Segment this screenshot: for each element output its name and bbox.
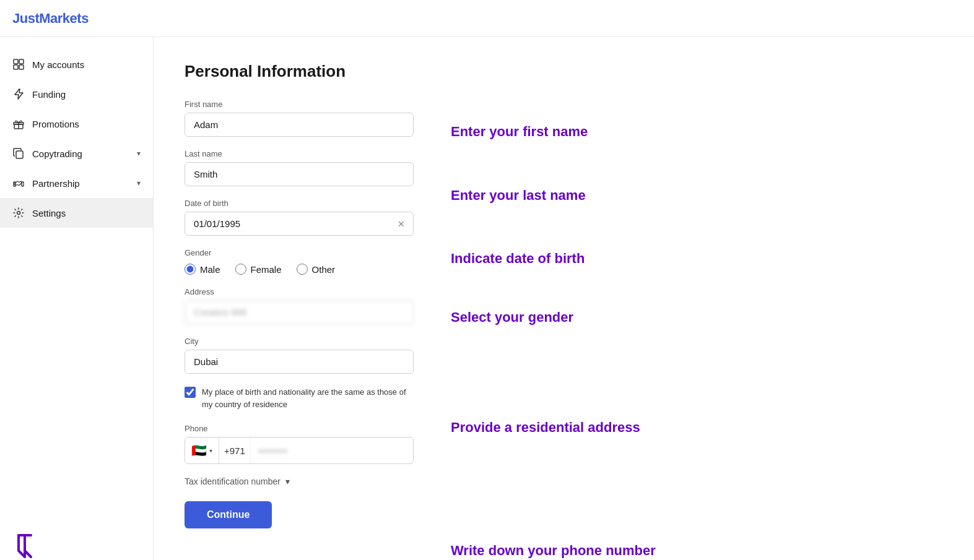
phone-number-input[interactable] bbox=[251, 437, 413, 463]
hint-gender-text: Select your gender bbox=[451, 309, 573, 325]
sidebar-item-copytrading[interactable]: Copytrading ▾ bbox=[0, 139, 153, 168]
city-input[interactable] bbox=[185, 350, 414, 374]
gender-other-label: Other bbox=[312, 264, 336, 275]
dob-field-group: Date of birth ✕ bbox=[185, 199, 414, 236]
first-name-field-group: First name bbox=[185, 100, 414, 137]
last-name-input[interactable] bbox=[185, 162, 414, 186]
hint-first-name-text: Enter your first name bbox=[451, 124, 588, 139]
city-label: City bbox=[185, 337, 414, 346]
tax-id-row[interactable]: Tax identification number ▾ bbox=[185, 476, 414, 486]
dob-label: Date of birth bbox=[185, 199, 414, 208]
svg-rect-2 bbox=[14, 65, 18, 69]
address-input[interactable] bbox=[185, 300, 414, 324]
gender-male-label: Male bbox=[200, 264, 220, 275]
uae-flag-icon: 🇦🇪 bbox=[191, 443, 207, 458]
hint-last-name-text: Enter your last name bbox=[451, 187, 586, 203]
phone-label: Phone bbox=[185, 424, 414, 433]
hint-address-text: Provide a residential address bbox=[451, 420, 640, 435]
birth-nationality-checkbox-row: My place of birth and nationality are th… bbox=[185, 386, 414, 410]
tax-id-chevron-icon: ▾ bbox=[285, 476, 290, 486]
svg-point-9 bbox=[17, 212, 20, 215]
tax-id-label: Tax identification number bbox=[185, 476, 280, 486]
gender-female-radio[interactable] bbox=[235, 264, 246, 275]
main-content: Personal Information First name Last nam… bbox=[154, 37, 711, 560]
svg-rect-1 bbox=[19, 59, 24, 64]
gender-label: Gender bbox=[185, 248, 414, 257]
sidebar-item-promotions-label: Promotions bbox=[32, 119, 79, 129]
gender-field-group: Gender Male Female Other bbox=[185, 248, 414, 275]
hint-phone: Write down your phone number bbox=[451, 505, 680, 560]
dob-input-wrapper: ✕ bbox=[185, 212, 414, 236]
gender-other-option[interactable]: Other bbox=[297, 264, 336, 275]
sidebar-item-copytrading-label: Copytrading bbox=[32, 149, 82, 159]
gender-other-radio[interactable] bbox=[297, 264, 308, 275]
address-label: Address bbox=[185, 287, 414, 296]
hint-last-name: Enter your last name bbox=[451, 187, 680, 205]
birth-nationality-label: My place of birth and nationality are th… bbox=[202, 386, 414, 410]
continue-button[interactable]: Continue bbox=[185, 501, 272, 528]
chevron-down-icon-partnership: ▾ bbox=[137, 179, 141, 187]
logo: JustMarkets bbox=[12, 11, 89, 27]
gender-female-option[interactable]: Female bbox=[235, 264, 282, 275]
phone-flag-selector[interactable]: 🇦🇪 ▾ bbox=[185, 437, 219, 463]
sidebar-nav: My accounts Funding bbox=[0, 50, 153, 228]
form-fields: First name Last name Date of birth ✕ bbox=[185, 100, 414, 560]
hint-gender: Select your gender bbox=[451, 309, 680, 327]
city-field-group: City bbox=[185, 337, 414, 374]
sidebar-logo-small bbox=[12, 529, 141, 560]
bolt-icon bbox=[12, 88, 25, 100]
handshake-icon bbox=[12, 177, 25, 189]
gender-male-radio[interactable] bbox=[185, 264, 196, 275]
birth-nationality-checkbox[interactable] bbox=[185, 387, 196, 398]
svg-rect-3 bbox=[19, 65, 24, 69]
sidebar-bottom bbox=[0, 517, 153, 560]
first-name-input[interactable] bbox=[185, 113, 414, 137]
page-title: Personal Information bbox=[185, 62, 680, 81]
sidebar-item-partnership-label: Partnership bbox=[32, 178, 80, 189]
hint-phone-text: Write down your phone number bbox=[451, 543, 656, 558]
sidebar-item-funding-label: Funding bbox=[32, 89, 66, 100]
jm-logo-icon bbox=[12, 529, 43, 560]
gift-icon bbox=[12, 118, 25, 130]
sidebar-item-my-accounts[interactable]: My accounts bbox=[0, 50, 153, 79]
sidebar-item-settings[interactable]: Settings bbox=[0, 198, 153, 228]
gear-icon bbox=[12, 207, 25, 219]
copy-icon bbox=[12, 147, 25, 160]
hint-first-name: Enter your first name bbox=[451, 100, 680, 141]
phone-chevron-icon: ▾ bbox=[209, 447, 212, 454]
sidebar-item-partnership[interactable]: Partnership ▾ bbox=[0, 168, 153, 198]
form-section: First name Last name Date of birth ✕ bbox=[185, 100, 680, 560]
address-field-group: Address bbox=[185, 287, 414, 324]
form-hints: Enter your first name Enter your last na… bbox=[451, 100, 680, 560]
gender-male-option[interactable]: Male bbox=[185, 264, 220, 275]
svg-rect-6 bbox=[16, 151, 23, 158]
chevron-down-icon: ▾ bbox=[137, 149, 141, 158]
gender-female-label: Female bbox=[251, 264, 282, 275]
phone-field-group: Phone 🇦🇪 ▾ +971 bbox=[185, 424, 414, 464]
dob-input[interactable] bbox=[185, 212, 414, 236]
sidebar-item-promotions[interactable]: Promotions bbox=[0, 109, 153, 139]
svg-rect-0 bbox=[14, 59, 18, 64]
grid-icon bbox=[12, 58, 25, 71]
first-name-label: First name bbox=[185, 100, 414, 109]
hint-address: Provide a residential address bbox=[451, 382, 680, 437]
sidebar-item-my-accounts-label: My accounts bbox=[32, 59, 84, 70]
last-name-label: Last name bbox=[185, 149, 414, 158]
gender-radio-options: Male Female Other bbox=[185, 264, 414, 275]
sidebar-item-settings-label: Settings bbox=[32, 208, 66, 218]
hint-dob-text: Indicate date of birth bbox=[451, 251, 585, 266]
date-clear-button[interactable]: ✕ bbox=[395, 218, 407, 230]
sidebar-item-funding[interactable]: Funding bbox=[0, 79, 153, 109]
last-name-field-group: Last name bbox=[185, 149, 414, 186]
hint-dob: Indicate date of birth bbox=[451, 250, 680, 268]
phone-wrapper: 🇦🇪 ▾ +971 bbox=[185, 437, 414, 464]
phone-prefix: +971 bbox=[219, 437, 251, 463]
sidebar: My accounts Funding bbox=[0, 37, 154, 560]
top-bar: JustMarkets bbox=[0, 0, 974, 37]
